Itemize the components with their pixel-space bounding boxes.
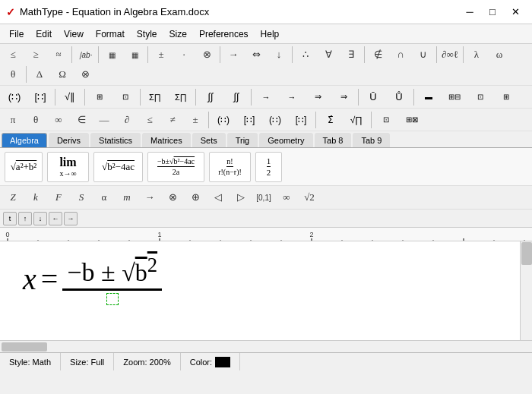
palette-sqrt-sum[interactable]: √a²+b² <box>5 152 43 182</box>
tmpl-sqrt2[interactable]: √∏ <box>344 110 369 130</box>
sym-downarrow[interactable]: ↓ <box>268 45 290 65</box>
tmpl-sum1[interactable]: Σ∏ <box>143 87 167 107</box>
tmpl-b2[interactable]: [∷] <box>237 110 261 130</box>
tmpl-arr1[interactable]: → <box>254 87 278 107</box>
sym-triangleright[interactable]: ▷ <box>230 188 252 207</box>
sym-infloop[interactable]: ∂∞ℓ <box>439 45 461 65</box>
nav-t[interactable]: t <box>3 212 17 225</box>
sym-leftrightarrow[interactable]: ⇔ <box>245 45 267 65</box>
tab-matrices[interactable]: Matrices <box>142 133 191 147</box>
sym-otimes2[interactable]: ⊗ <box>162 188 183 207</box>
palette-sqrt-disc[interactable]: √b²−4ac <box>93 152 143 182</box>
tmpl-sum2[interactable]: Σ∏ <box>169 87 193 107</box>
tmpl-p3[interactable]: (∷) <box>263 110 287 130</box>
menu-help[interactable]: Help <box>255 27 286 42</box>
tmpl-paren[interactable]: (∷) <box>2 87 27 107</box>
menu-edit[interactable]: Edit <box>30 27 58 42</box>
tmpl-sqrt[interactable]: √∥ <box>58 87 82 107</box>
sym-k[interactable]: k <box>25 188 46 207</box>
vertical-scrollbar[interactable] <box>520 241 532 340</box>
tab-derivs[interactable]: Derivs <box>49 133 89 147</box>
sym-exists[interactable]: ∃ <box>340 45 362 65</box>
tab-8[interactable]: Tab 8 <box>315 133 352 147</box>
tmpl-arr4[interactable]: ⇒ <box>331 87 356 107</box>
sym-S[interactable]: S <box>71 188 92 207</box>
sym-pi[interactable]: π <box>2 110 24 130</box>
sym-rightarrow[interactable]: → <box>223 45 244 65</box>
menu-file[interactable]: File <box>3 27 30 42</box>
tmpl-sigma-hat[interactable]: Σ̂ <box>318 110 343 130</box>
tmpl-frac2[interactable]: ⊡ <box>113 87 138 107</box>
sym-oplus[interactable]: ⊕ <box>185 188 206 207</box>
tmpl-grid4[interactable]: ⊞⊠ <box>400 110 424 130</box>
nav-up[interactable]: ↑ <box>18 212 32 225</box>
sym-m[interactable]: m <box>116 188 138 207</box>
sym-partial[interactable]: ∂ <box>116 110 138 130</box>
tmpl-grid3[interactable]: ⊡ <box>374 110 398 130</box>
tab-algebra[interactable]: Algebra <box>2 133 47 147</box>
sym-grid2[interactable]: ▦ <box>124 45 145 65</box>
sym-cup[interactable]: ∪ <box>413 45 434 65</box>
tmpl-p2[interactable]: (∷) <box>211 110 236 130</box>
sym-triangleleft[interactable]: ◁ <box>207 188 229 207</box>
menu-view[interactable]: View <box>58 27 90 42</box>
tmpl-b3[interactable]: [∷] <box>289 110 313 130</box>
sym-grid1[interactable]: ▦ <box>101 45 122 65</box>
sym-omega[interactable]: ω <box>489 45 510 65</box>
tmpl-hat2[interactable]: Ů <box>387 87 411 107</box>
tab-9[interactable]: Tab 9 <box>353 133 390 147</box>
sym-Omega[interactable]: Ω <box>52 65 73 84</box>
hscroll-thumb[interactable] <box>2 342 47 351</box>
sym-geq[interactable]: ≥ <box>25 45 46 65</box>
sym-cdot[interactable]: · <box>173 45 195 65</box>
tmpl-box1[interactable]: ▬ <box>416 87 441 107</box>
sym-leq[interactable]: ≤ <box>2 45 24 65</box>
tmpl-box2[interactable]: ⊞⊟ <box>442 87 467 107</box>
menu-preferences[interactable]: Preferences <box>193 27 255 42</box>
menu-style[interactable]: Style <box>131 27 163 42</box>
sym-theta2[interactable]: θ <box>25 110 46 130</box>
palette-limit[interactable]: lim x→∞ <box>47 152 89 182</box>
sym-pm[interactable]: ± <box>150 45 172 65</box>
tmpl-bracket[interactable]: [∷] <box>28 87 52 107</box>
tab-statistics[interactable]: Statistics <box>90 133 141 147</box>
cursor-placeholder[interactable] <box>106 293 119 305</box>
sym-otimes[interactable]: ⊗ <box>196 45 217 65</box>
sym-Z[interactable]: Z <box>2 188 24 207</box>
sym-approx[interactable]: ≈ <box>48 45 69 65</box>
tmpl-arr3[interactable]: ⇒ <box>306 87 330 107</box>
sym-inf2[interactable]: ∞ <box>276 188 297 207</box>
nav-right[interactable]: → <box>64 212 78 225</box>
minimize-button[interactable]: ─ <box>459 4 480 20</box>
sym-ab[interactable]: ∣ab· <box>74 45 96 65</box>
tmpl-int2[interactable]: ∫∫ <box>224 87 249 107</box>
nav-left[interactable]: ← <box>49 212 62 225</box>
tab-geometry[interactable]: Geometry <box>259 133 312 147</box>
sym-inf[interactable]: ∞ <box>48 110 69 130</box>
equation-canvas[interactable]: x = −b ± √b2 <box>0 241 532 340</box>
horizontal-scrollbar[interactable] <box>0 340 532 352</box>
tab-trig[interactable]: Trig <box>227 133 258 147</box>
sym-therefore[interactable]: ∴ <box>295 45 316 65</box>
sym-pm2[interactable]: ± <box>185 110 206 130</box>
sym-rightarrow2[interactable]: → <box>139 188 160 207</box>
tmpl-frac1[interactable]: ⊞ <box>87 87 112 107</box>
palette-quadratic[interactable]: −b±√b²−4ac 2a <box>147 152 204 182</box>
maximize-button[interactable]: □ <box>482 4 503 20</box>
sym-theta[interactable]: θ <box>2 65 24 84</box>
tmpl-hat1[interactable]: Ū <box>361 87 385 107</box>
close-button[interactable]: ✕ <box>505 4 526 20</box>
sym-circledot[interactable]: ⊗ <box>74 65 96 84</box>
sym-alpha[interactable]: α <box>93 188 115 207</box>
menu-format[interactable]: Format <box>90 27 131 42</box>
sym-lambda[interactable]: λ <box>466 45 487 65</box>
palette-half[interactable]: 1 2 <box>255 152 282 182</box>
tab-sets[interactable]: Sets <box>192 133 226 147</box>
nav-down[interactable]: ↓ <box>33 212 47 225</box>
sym-delta[interactable]: Δ <box>29 65 50 84</box>
sym-notin[interactable]: ∉ <box>367 45 388 65</box>
sym-cap[interactable]: ∩ <box>390 45 411 65</box>
tmpl-int1[interactable]: ∫∫ <box>198 87 223 107</box>
sym-dash[interactable]: — <box>93 110 115 130</box>
sym-in[interactable]: ∈ <box>71 110 92 130</box>
